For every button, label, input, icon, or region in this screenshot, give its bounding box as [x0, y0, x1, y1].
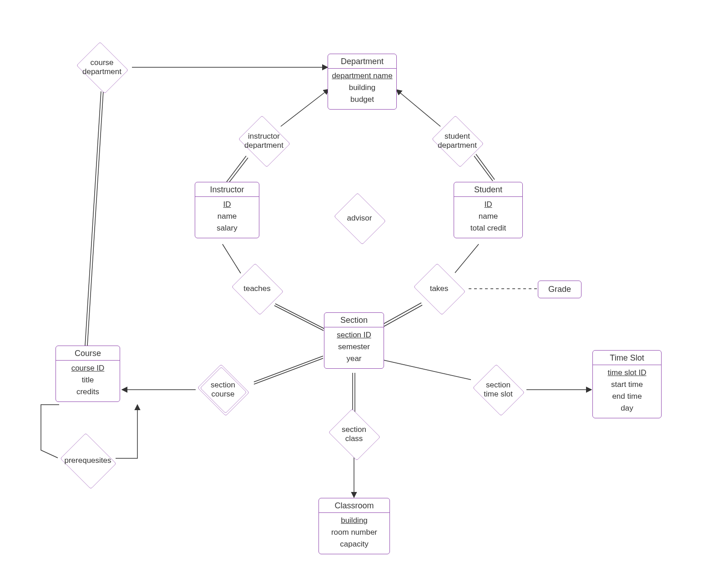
attr-name: name — [197, 211, 257, 222]
entity-department: Department department name building budg… — [328, 54, 397, 110]
attr-id: ID — [197, 199, 257, 211]
attr-id: ID — [456, 199, 521, 211]
svg-line-5 — [228, 158, 248, 183]
svg-line-2 — [87, 91, 103, 346]
svg-line-8 — [476, 154, 495, 180]
entity-course: Course course ID title credits — [56, 346, 120, 402]
svg-line-3 — [281, 89, 329, 126]
svg-line-12 — [455, 244, 479, 273]
svg-line-10 — [275, 304, 324, 329]
svg-line-9 — [222, 244, 241, 273]
entity-title: Classroom — [319, 498, 389, 513]
attr-department-name: department name — [330, 70, 394, 82]
entity-title: Time Slot — [593, 351, 661, 365]
entity-section: Section section ID semester year — [324, 312, 384, 369]
svg-line-11 — [274, 306, 324, 331]
attr-course-id: course ID — [58, 362, 118, 374]
svg-line-16 — [254, 356, 323, 382]
entity-classroom: Classroom building room number capacity — [318, 498, 390, 554]
attr-start-time: start time — [595, 379, 659, 391]
attr-total-credit: total credit — [456, 222, 521, 234]
attr-building: building — [321, 515, 388, 527]
entity-title: Instructor — [195, 182, 259, 197]
attr-capacity: capacity — [321, 538, 388, 550]
svg-line-6 — [396, 90, 440, 126]
attr-name: name — [456, 211, 521, 222]
attr-section-id: section ID — [326, 329, 382, 341]
entity-instructor: Instructor ID name salary — [195, 182, 259, 238]
entity-title: Student — [454, 182, 522, 197]
attr-credits: credits — [58, 386, 118, 398]
svg-line-4 — [227, 156, 246, 182]
attr-semester: semester — [326, 341, 382, 353]
attr-title: title — [58, 374, 118, 386]
svg-line-14 — [382, 305, 422, 327]
entity-title: Department — [328, 54, 396, 69]
attr-room-number: room number — [321, 527, 388, 538]
attr-time-slot-id: time slot ID — [595, 367, 659, 379]
svg-line-13 — [381, 303, 421, 325]
attr-day: day — [595, 402, 659, 414]
entity-title: Section — [324, 313, 384, 327]
svg-line-17 — [254, 358, 323, 384]
svg-line-1 — [85, 91, 101, 346]
attr-end-time: end time — [595, 391, 659, 402]
entity-timeslot: Time Slot time slot ID start time end ti… — [592, 350, 662, 418]
svg-line-22 — [384, 360, 471, 380]
entity-title: Course — [56, 346, 120, 361]
attr-salary: salary — [197, 222, 257, 234]
attr-year: year — [326, 353, 382, 365]
attr-budget: budget — [330, 94, 394, 105]
attr-building: building — [330, 82, 394, 94]
svg-line-7 — [474, 156, 493, 181]
entity-student: Student ID name total credit — [454, 182, 523, 238]
attribute-grade: Grade — [538, 281, 581, 298]
